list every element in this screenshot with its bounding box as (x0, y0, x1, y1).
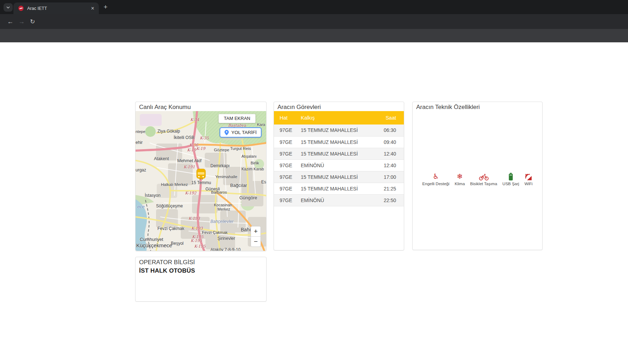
feature-item: WiFi (525, 172, 533, 186)
task-hat: 97GE (274, 148, 295, 159)
table-row: 97GEEMİNÖNÜ22:50 (274, 194, 404, 206)
task-hat: 97GE (274, 171, 295, 183)
task-saat: 17:00 (377, 171, 404, 183)
operator-info-title: OPERATOR BİLGİSİ (136, 257, 266, 267)
tasks-table: Hat Kalkış Saat 97GE15 TEMMUZ MAHALLESİ0… (274, 111, 404, 206)
task-kalkis: 15 TEMMUZ MAHALLESİ (295, 171, 377, 183)
task-hat: 97GE (274, 183, 295, 194)
column-header-kalkis: Kalkış (295, 111, 377, 125)
bookmarks-bar (0, 29, 628, 42)
map-pin-icon (225, 130, 229, 135)
task-kalkis: 15 TEMMUZ MAHALLESİ (295, 125, 377, 136)
task-saat: 09:40 (377, 136, 404, 148)
feature-label: WiFi (525, 182, 533, 186)
tab-close-icon[interactable]: × (90, 6, 95, 11)
table-row: 97GE15 TEMMUZ MAHALLESİ06:30 (274, 125, 404, 136)
browser-tab[interactable]: Arac IETT × (13, 2, 99, 14)
browser-toolbar: ← → ↻ arac.iett.gov.tr G ☆ (0, 14, 628, 29)
feature-item: USB Şarj (502, 172, 519, 186)
task-saat: 21:25 (377, 183, 404, 194)
technical-features-card: Aracın Teknik Özellikleri ♿Engelli Deste… (412, 102, 543, 250)
task-saat: 12:40 (377, 159, 404, 171)
operator-name: İST HALK OTOBÜS (136, 267, 266, 275)
feature-label: USB Şarj (502, 182, 519, 186)
feature-item: ♿Engelli Desteği (422, 172, 449, 186)
task-hat: 97GE (274, 136, 295, 148)
tab-strip: Arac IETT × + (0, 0, 628, 14)
table-row: 97GE15 TEMMUZ MAHALLESİ09:40 (274, 136, 404, 148)
tab-search-button[interactable] (4, 3, 13, 12)
task-hat: 97GE (274, 194, 295, 206)
table-row: 97GE15 TEMMUZ MAHALLESİ21:25 (274, 183, 404, 194)
vehicle-tasks-card: Aracın Görevleri Hat Kalkış Saat 97GE15 … (274, 102, 404, 250)
live-location-title: Canlı Araç Konumu (136, 102, 266, 111)
page-content: Canlı Araç Konumu (0, 42, 628, 364)
column-header-hat: Hat (274, 111, 295, 125)
wheelchair-icon: ♿ (433, 172, 439, 181)
task-saat: 22:50 (377, 194, 404, 206)
site-favicon-icon (18, 6, 24, 11)
feature-label: Bisiklet Taşıma (470, 182, 497, 186)
map-zoom-control: + − (251, 226, 261, 247)
table-row: 97GEEMİNÖNÜ12:40 (274, 159, 404, 171)
bicycle-icon (479, 172, 489, 181)
features-row: ♿Engelli Desteği❄KlimaBisiklet TaşımaUSB… (413, 111, 542, 250)
vehicle-tasks-title: Aracın Görevleri (274, 102, 404, 111)
task-kalkis: 15 TEMMUZ MAHALLESİ (295, 148, 377, 159)
operator-info-card: OPERATOR BİLGİSİ İST HALK OTOBÜS (135, 257, 267, 302)
forward-icon[interactable]: → (18, 18, 25, 25)
feature-label: Klima (455, 182, 465, 186)
tasks-table-header: Hat Kalkış Saat (274, 111, 404, 125)
feature-item: ❄Klima (455, 172, 465, 186)
task-hat: 97GE (274, 159, 295, 171)
task-kalkis: EMİNÖNÜ (295, 159, 377, 171)
tab-title: Arac IETT (27, 6, 90, 11)
live-location-card: Canlı Araç Konumu (135, 102, 267, 251)
task-saat: 06:30 (377, 125, 404, 136)
map[interactable]: ntepeehirZiya Gökalpİkitelli OSBAtakentM… (136, 111, 266, 251)
table-row: 97GE15 TEMMUZ MAHALLESİ17:00 (274, 171, 404, 183)
snowflake-icon: ❄ (457, 172, 463, 181)
chevron-down-icon (6, 6, 10, 8)
column-header-saat: Saat (377, 111, 404, 125)
tasks-table-body: 97GE15 TEMMUZ MAHALLESİ06:3097GE15 TEMMU… (274, 125, 404, 206)
technical-features-title: Aracın Teknik Özellikleri (413, 102, 542, 111)
reload-icon[interactable]: ↻ (30, 18, 35, 25)
feature-label: Engelli Desteği (422, 182, 449, 186)
back-icon[interactable]: ← (7, 18, 13, 25)
task-kalkis: EMİNÖNÜ (295, 194, 377, 206)
feature-item: Bisiklet Taşıma (470, 172, 497, 186)
table-row: 97GE15 TEMMUZ MAHALLESİ12:40 (274, 148, 404, 159)
zoom-in-button[interactable]: + (251, 226, 261, 237)
task-kalkis: 15 TEMMUZ MAHALLESİ (295, 183, 377, 194)
zoom-out-button[interactable]: − (251, 237, 261, 247)
task-saat: 12:40 (377, 148, 404, 159)
task-kalkis: 15 TEMMUZ MAHALLESİ (295, 136, 377, 148)
directions-button-label: YOL TARİFİ (231, 128, 257, 137)
fullscreen-button[interactable]: TAM EKRAN (219, 114, 256, 123)
task-hat: 97GE (274, 125, 295, 136)
battery-icon (509, 172, 513, 181)
directions-button[interactable]: YOL TARİFİ (220, 127, 262, 138)
new-tab-button[interactable]: + (102, 4, 109, 11)
bus-marker-icon[interactable] (196, 169, 206, 180)
wifi-icon (525, 172, 532, 181)
